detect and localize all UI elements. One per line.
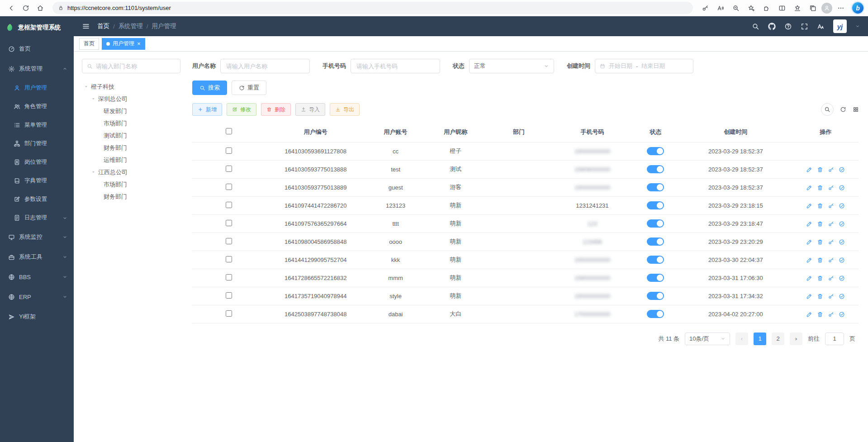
page-size-select[interactable]: 10条/页 [685, 333, 730, 345]
status-toggle[interactable] [647, 147, 664, 155]
page-button-2[interactable]: 2 [772, 333, 784, 345]
edit-icon[interactable] [806, 293, 812, 299]
avatar-caret-icon[interactable] [855, 24, 860, 29]
sidebar-item-yi-framework[interactable]: Yi框架 [0, 307, 74, 327]
table-row[interactable]: 1641097576365297664 tttt 萌新 123 2023-03-… [192, 214, 859, 233]
font-size-icon[interactable] [817, 23, 825, 30]
key-icon[interactable] [698, 2, 712, 14]
sidebar-group-bbs[interactable]: BBS [0, 267, 74, 287]
assign-role-icon[interactable] [839, 257, 845, 263]
table-row[interactable]: 1641735719040978944 style 萌新 15000000000… [192, 287, 859, 305]
next-page-button[interactable]: › [790, 333, 802, 345]
search-icon[interactable] [752, 23, 759, 30]
table-row[interactable]: 1641441299095752704 kkk 萌新 10000000000 2… [192, 251, 859, 269]
prev-page-button[interactable]: ‹ [735, 333, 748, 345]
page-button-1[interactable]: 1 [754, 333, 766, 345]
status-toggle[interactable] [647, 219, 664, 228]
tree-node-dept[interactable]: 市场部门 [82, 117, 180, 129]
edit-icon[interactable] [806, 203, 812, 209]
status-toggle[interactable] [647, 165, 664, 173]
column-settings-button[interactable] [853, 106, 859, 113]
status-toggle[interactable] [647, 292, 664, 300]
delete-icon[interactable] [817, 166, 823, 173]
copilot-icon[interactable]: b [852, 2, 863, 14]
row-checkbox[interactable] [226, 292, 232, 299]
reset-password-icon[interactable] [828, 185, 834, 191]
dept-search-input[interactable] [96, 63, 175, 70]
tree-node-branch[interactable]: 江西总公司 [82, 166, 180, 178]
delete-button[interactable]: 删除 [261, 103, 291, 116]
caret-down-icon[interactable] [84, 84, 89, 89]
search-button[interactable]: 搜索 [192, 81, 227, 95]
breadcrumb-system[interactable]: 系统管理 [119, 22, 143, 30]
table-row[interactable]: 1641030593691127808 cc 橙子 15000000000 20… [192, 142, 859, 160]
assign-role-icon[interactable] [839, 239, 845, 245]
assign-role-icon[interactable] [839, 311, 845, 318]
table-row[interactable]: 1641728665572216832 mmm 萌新 15900000000 2… [192, 269, 859, 287]
sidebar-item-param-settings[interactable]: 参数设置 [0, 190, 74, 209]
address-bar[interactable]: https://ccnetcore.com:1101/system/user [52, 2, 693, 14]
sidebar-item-dict-management[interactable]: 字典管理 [0, 171, 74, 190]
edit-icon[interactable] [806, 311, 812, 318]
tree-node-dept[interactable]: 财务部门 [82, 142, 180, 154]
browser-profile-avatar[interactable] [821, 3, 832, 14]
sidebar-group-system-tools[interactable]: 系统工具 [0, 247, 74, 267]
row-checkbox[interactable] [226, 166, 232, 172]
delete-icon[interactable] [817, 185, 823, 191]
caret-down-icon[interactable] [91, 96, 96, 101]
tab-home[interactable]: 首页 [79, 38, 99, 50]
assign-role-icon[interactable] [839, 166, 845, 173]
reset-password-icon[interactable] [828, 311, 834, 318]
row-checkbox[interactable] [226, 220, 232, 226]
sidebar-item-role-management[interactable]: 角色管理 [0, 97, 74, 116]
delete-icon[interactable] [817, 221, 823, 227]
status-toggle[interactable] [647, 201, 664, 209]
row-checkbox[interactable] [226, 238, 232, 244]
github-icon[interactable] [768, 23, 776, 30]
reset-password-icon[interactable] [828, 275, 834, 281]
edit-button[interactable]: 修改 [227, 103, 256, 116]
edit-icon[interactable] [806, 166, 812, 173]
sidebar-group-log-management[interactable]: 日志管理 [0, 209, 74, 227]
help-icon[interactable] [784, 23, 792, 30]
sidebar-item-home[interactable]: 首页 [0, 39, 74, 59]
tree-node-company[interactable]: 橙子科技 [82, 81, 180, 93]
user-avatar[interactable]: yj [833, 19, 847, 33]
split-screen-icon[interactable] [775, 2, 789, 14]
import-button[interactable]: 导入 [295, 103, 325, 116]
edit-icon[interactable] [806, 221, 812, 227]
reset-password-icon[interactable] [828, 257, 834, 263]
status-toggle[interactable] [647, 183, 664, 191]
edit-icon[interactable] [806, 275, 812, 281]
edit-icon[interactable] [806, 239, 812, 245]
edit-icon[interactable] [806, 257, 812, 263]
row-checkbox[interactable] [226, 274, 232, 280]
table-row[interactable]: 1641030593775013889 guest 游客 15000000000… [192, 178, 859, 196]
sidebar-group-system-monitor[interactable]: 系统监控 [0, 227, 74, 247]
assign-role-icon[interactable] [839, 185, 845, 191]
delete-icon[interactable] [817, 293, 823, 299]
table-row[interactable]: 1642503897748738048 dabai 大白 17000000000… [192, 305, 859, 323]
add-button[interactable]: 新增 [192, 103, 222, 116]
assign-role-icon[interactable] [839, 293, 845, 299]
status-toggle[interactable] [647, 256, 664, 264]
status-toggle[interactable] [647, 310, 664, 318]
table-row[interactable]: 1641098004586958848 oooo 萌新 123456 2023-… [192, 233, 859, 251]
sidebar-group-system-management[interactable]: 系统管理 [0, 59, 74, 79]
row-checkbox[interactable] [226, 310, 232, 317]
assign-role-icon[interactable] [839, 221, 845, 227]
sidebar-item-dept-management[interactable]: 部门管理 [0, 134, 74, 153]
zoom-icon[interactable] [729, 2, 743, 14]
table-refresh-button[interactable] [840, 106, 846, 113]
browser-home-button[interactable] [33, 2, 47, 14]
assign-role-icon[interactable] [839, 203, 845, 209]
delete-icon[interactable] [817, 239, 823, 245]
reset-password-icon[interactable] [828, 293, 834, 299]
table-row[interactable]: 1641030593775013888 test 测试 15906000000 … [192, 160, 859, 178]
tree-node-dept[interactable]: 市场部门 [82, 178, 180, 190]
reset-password-icon[interactable] [828, 166, 834, 173]
add-favorite-icon[interactable] [745, 2, 758, 14]
select-all-checkbox[interactable] [226, 128, 232, 134]
tree-node-branch[interactable]: 深圳总公司 [82, 93, 180, 105]
sidebar-toggle-icon[interactable] [82, 22, 90, 30]
